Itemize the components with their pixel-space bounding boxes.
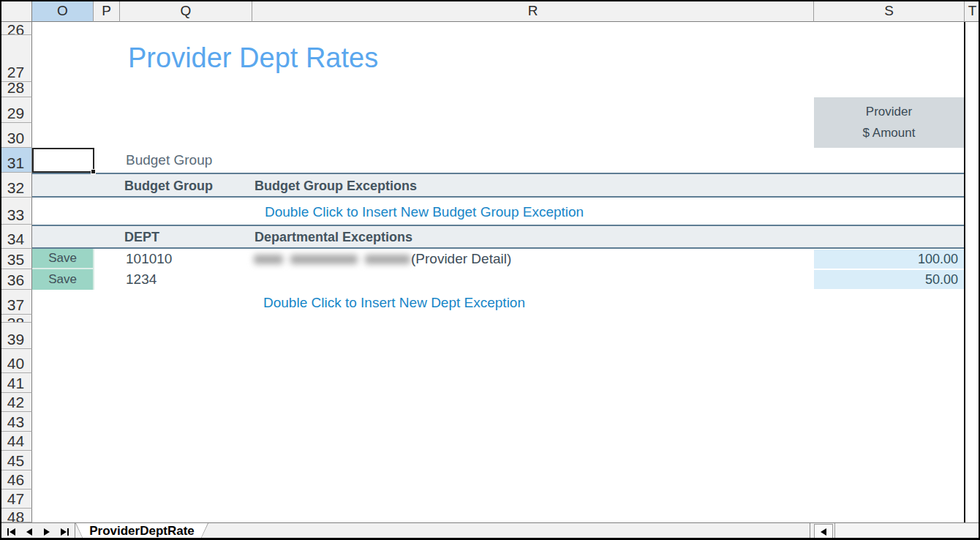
provider-amount-header: Provider $ Amount <box>814 97 964 148</box>
sheet-nav-group <box>1 523 75 540</box>
save-button[interactable]: Save <box>32 249 94 269</box>
row-header-44[interactable]: 44 <box>0 432 32 451</box>
dept-column-header: DEPT <box>124 230 159 245</box>
previous-sheet-icon <box>26 528 32 536</box>
column-header-Q[interactable]: Q <box>120 0 252 22</box>
row-header-41[interactable]: 41 <box>0 373 32 393</box>
scroll-left-icon <box>821 528 826 536</box>
row-header-40[interactable]: 40 <box>0 349 32 373</box>
column-header-S[interactable]: S <box>814 0 965 22</box>
next-sheet-icon <box>44 528 50 536</box>
column-header-P[interactable]: P <box>94 0 120 22</box>
row-header-32[interactable]: 32 <box>0 173 32 198</box>
dept-number[interactable]: 1234 <box>126 269 157 290</box>
section-title-budget-group: Budget Group <box>126 152 212 168</box>
nav-first-sheet-button[interactable] <box>3 525 19 539</box>
redacted-department-name <box>254 255 410 264</box>
row-header-35[interactable]: 35 <box>0 249 32 269</box>
column-header-R[interactable]: R <box>252 0 814 22</box>
last-sheet-icon <box>61 528 67 536</box>
insert-budget-group-exception-link[interactable]: Double Click to Insert New Budget Group … <box>265 204 584 220</box>
provider-detail-suffix[interactable]: (Provider Detail) <box>411 249 511 269</box>
row-header-46[interactable]: 46 <box>0 470 32 490</box>
row-header-33[interactable]: 33 <box>0 198 32 225</box>
provider-amount-input[interactable]: 100.00 <box>814 250 964 269</box>
provider-amount-line1: Provider <box>866 105 912 119</box>
provider-amount-line2: $ Amount <box>863 126 916 140</box>
sheet-tab-label: ProviderDeptRate <box>76 523 208 539</box>
row-header-28[interactable]: 28 <box>0 82 32 97</box>
provider-amount-input[interactable]: 50.00 <box>814 270 964 289</box>
select-all-corner[interactable] <box>0 0 32 22</box>
nav-previous-sheet-button[interactable] <box>21 525 37 539</box>
nav-next-sheet-button[interactable] <box>39 525 55 539</box>
spreadsheet-window: O P Q R S T 26 27 28 29 30 31 32 33 34 3… <box>0 0 980 540</box>
budget-group-column-header: Budget Group <box>124 179 213 194</box>
row-header-45[interactable]: 45 <box>0 451 32 470</box>
insert-dept-exception-link[interactable]: Double Click to Insert New Dept Exceptio… <box>263 295 525 311</box>
row-header-38[interactable]: 38 <box>0 315 32 323</box>
save-button[interactable]: Save <box>32 269 94 290</box>
row-header-29[interactable]: 29 <box>0 97 32 123</box>
tab-strip <box>208 523 810 540</box>
row-header-37[interactable]: 37 <box>0 290 32 315</box>
page-break-line <box>964 22 965 522</box>
row-header-42[interactable]: 42 <box>0 393 32 412</box>
row-header-34[interactable]: 34 <box>0 225 32 249</box>
selected-cell-O31[interactable] <box>32 148 94 173</box>
dept-header-band: DEPT Departmental Exceptions <box>32 225 964 249</box>
row-header-43[interactable]: 43 <box>0 412 32 432</box>
first-sheet-icon <box>7 528 9 536</box>
row-header-48[interactable]: 48 <box>0 509 32 522</box>
row-header-26[interactable]: 26 <box>0 22 32 35</box>
nav-last-sheet-button[interactable] <box>57 525 73 539</box>
column-header-T[interactable]: T <box>965 0 980 22</box>
row-header-27[interactable]: 27 <box>0 35 32 82</box>
column-header-O[interactable]: O <box>32 0 94 22</box>
row-header-36[interactable]: 36 <box>0 269 32 290</box>
horizontal-scrollbar-track[interactable] <box>834 523 979 540</box>
row-header-47[interactable]: 47 <box>0 490 32 509</box>
horizontal-scroll-left-button[interactable] <box>814 524 833 539</box>
row-header-39[interactable]: 39 <box>0 323 32 349</box>
fill-handle[interactable] <box>91 169 96 174</box>
departmental-exceptions-column-header: Departmental Exceptions <box>255 230 412 245</box>
dept-number[interactable]: 101010 <box>126 249 172 269</box>
row-header-31[interactable]: 31 <box>0 148 32 173</box>
budget-group-exceptions-column-header: Budget Group Exceptions <box>255 179 417 194</box>
budget-group-header-band: Budget Group Budget Group Exceptions <box>32 173 964 198</box>
sheet-tab-providerdeptrate[interactable]: ProviderDeptRate <box>75 523 208 540</box>
sheet-tab-bar: ProviderDeptRate <box>0 522 980 540</box>
row-header-30[interactable]: 30 <box>0 123 32 148</box>
page-title: Provider Dept Rates <box>128 42 378 74</box>
